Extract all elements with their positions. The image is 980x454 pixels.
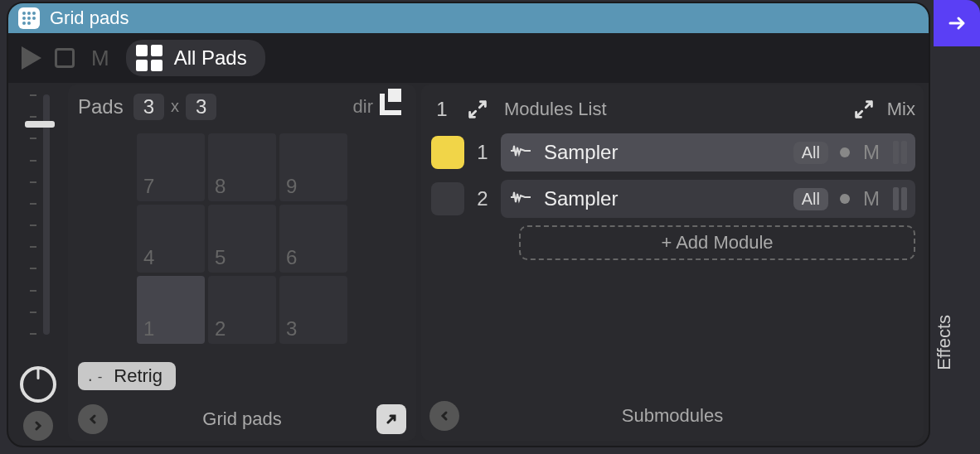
expand-list-icon[interactable] (466, 98, 489, 121)
pads-cols-input[interactable]: 3 (133, 94, 164, 120)
all-pads-icon (136, 45, 163, 71)
svg-point-7 (27, 22, 31, 25)
pad-4[interactable]: 4 (137, 205, 205, 273)
dir-label: dir (353, 96, 373, 118)
module-meter-1 (893, 141, 907, 164)
mix-label: Mix (887, 99, 915, 120)
module-name-2: Sampler (544, 187, 618, 210)
svg-point-5 (32, 17, 36, 20)
stop-button[interactable] (55, 48, 75, 68)
all-pads-label: All Pads (174, 46, 247, 70)
module-scope-2[interactable]: All (793, 188, 828, 210)
mode-m-button[interactable]: M (88, 46, 113, 71)
modules-panel-footer: Submodules (429, 398, 915, 434)
x-separator: x (171, 97, 179, 116)
modules-panel: 1 Modules List Mix 1 (421, 85, 924, 441)
pads-panel-back-button[interactable] (78, 404, 108, 434)
module-name-1: Sampler (544, 141, 618, 164)
pads-panel-title: Grid pads (202, 408, 281, 430)
svg-point-3 (22, 17, 26, 20)
transport-row: M All Pads (8, 33, 929, 83)
retrig-icon: .- (86, 369, 105, 384)
module-item-2[interactable]: Sampler All M (501, 180, 915, 218)
module-scope-1[interactable]: All (793, 142, 828, 164)
pads-grid: 7 8 9 4 5 6 1 2 3 (137, 133, 347, 344)
modules-header: 1 Modules List Mix (429, 91, 915, 128)
module-meter-2 (893, 187, 907, 210)
pad-7[interactable]: 7 (137, 133, 205, 201)
pad-9[interactable]: 9 (279, 133, 347, 201)
all-pads-button[interactable]: All Pads (126, 40, 265, 76)
modules-list-label: Modules List (504, 99, 607, 120)
pan-knob[interactable] (20, 366, 56, 403)
svg-point-1 (27, 12, 31, 15)
waveform-icon (509, 142, 532, 162)
modules-list: 1 Sampler All M 2 (429, 133, 915, 260)
modules-header-index: 1 (429, 98, 454, 121)
pad-5[interactable]: 5 (208, 205, 276, 273)
module-row-2: 2 Sampler All M (431, 179, 915, 219)
pad-8[interactable]: 8 (208, 133, 276, 201)
module-status-dot-2[interactable] (840, 194, 850, 204)
retrig-button[interactable]: .- Retrig (78, 362, 176, 390)
retrig-label: Retrig (114, 365, 163, 387)
popout-button[interactable] (376, 404, 406, 434)
module-index-2: 2 (474, 187, 491, 210)
collapse-sidebar-button[interactable] (23, 411, 53, 441)
grid-pads-icon (18, 7, 40, 29)
svg-point-6 (22, 22, 26, 25)
svg-point-2 (32, 12, 36, 15)
pad-3[interactable]: 3 (279, 276, 347, 344)
svg-point-4 (27, 17, 31, 20)
module-mute-2[interactable]: M (861, 187, 881, 210)
module-row-1: 1 Sampler All M (431, 133, 915, 172)
pad-6[interactable]: 6 (279, 205, 347, 273)
pads-panel-footer: Grid pads (78, 403, 406, 434)
waveform-icon (509, 189, 532, 209)
dir-icon[interactable] (380, 94, 406, 120)
main-window: Grid pads M All Pads (7, 2, 930, 447)
level-slider[interactable] (13, 94, 63, 360)
slider-handle[interactable] (25, 121, 55, 128)
title-bar: Grid pads (8, 3, 929, 33)
window-title: Grid pads (50, 7, 129, 29)
pad-2[interactable]: 2 (208, 276, 276, 344)
module-status-dot-1[interactable] (840, 147, 850, 157)
pads-config-row: Pads 3 x 3 dir (78, 91, 406, 122)
pads-rows-input[interactable]: 3 (186, 94, 216, 120)
effects-tab[interactable]: Effects (934, 315, 980, 370)
sidebar-controls (13, 85, 63, 441)
modules-panel-back-button[interactable] (429, 401, 459, 431)
add-module-button[interactable]: + Add Module (519, 225, 915, 260)
module-index-1: 1 (474, 141, 491, 164)
play-button[interactable] (22, 46, 41, 70)
expand-mix-icon[interactable] (852, 98, 876, 121)
pads-label: Pads (78, 95, 124, 118)
pads-panel: Pads 3 x 3 dir 7 8 9 4 5 6 1 2 3 (68, 85, 416, 441)
next-arrow-button[interactable] (934, 0, 980, 46)
module-mute-1[interactable]: M (861, 141, 881, 164)
module-color-1[interactable] (431, 136, 464, 169)
svg-point-0 (22, 12, 26, 15)
modules-panel-title: Submodules (622, 405, 723, 427)
module-color-2[interactable] (431, 182, 464, 215)
pad-1[interactable]: 1 (137, 276, 205, 344)
content-area: Pads 3 x 3 dir 7 8 9 4 5 6 1 2 3 (8, 83, 929, 446)
module-item-1[interactable]: Sampler All M (501, 133, 915, 171)
